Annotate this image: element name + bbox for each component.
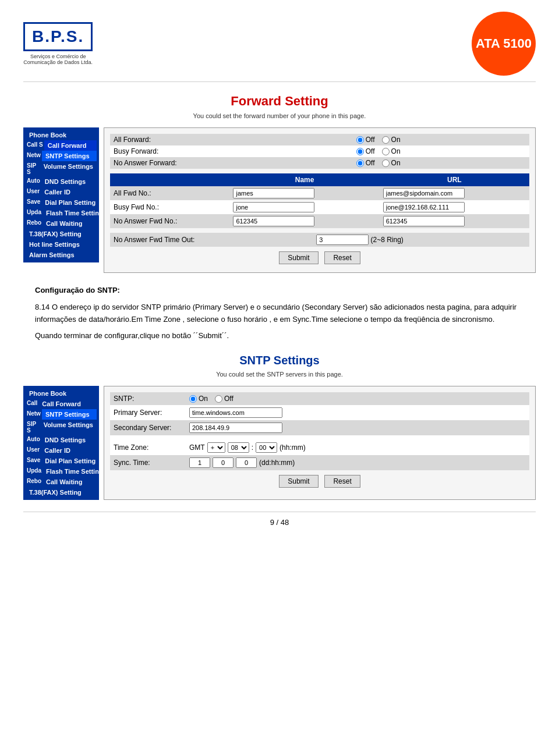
forward-layout: Phone Book Call S Call Forward Netw SNTP… <box>23 127 536 273</box>
sidebar2-volume[interactable]: Volume Settings <box>40 420 97 435</box>
timeout-table: No Answer Fwd Time Out: (2~8 Ring) <box>110 233 529 247</box>
secondary-server-input[interactable] <box>189 423 282 433</box>
text-heading: Configuração do SNTP: <box>35 286 120 294</box>
busy-forward-label: Busy Forward: <box>110 145 353 157</box>
sync-time-row: Sync. Time: (dd:hh:mm) <box>110 455 529 470</box>
sntp-title: SNTP Settings <box>23 354 536 367</box>
sidebar-short-auto: Auto <box>26 176 41 187</box>
sntp-submit-btn[interactable]: Submit <box>279 475 318 488</box>
sidebar2-short-sip: SIP S <box>26 420 40 435</box>
logo-text: B.P.S. <box>32 27 84 45</box>
sntp-on-radio[interactable] <box>189 395 197 403</box>
forward-reset-btn[interactable]: Reset <box>324 251 360 264</box>
busy-forward-on-radio[interactable] <box>382 148 390 155</box>
sidebar2-row-flashtime: Upda Flash Time Setting <box>26 466 97 477</box>
sidebar2-short-rebo: Rebo <box>26 477 43 487</box>
all-fwd-url-input[interactable] <box>383 188 465 198</box>
all-forward-off-radio[interactable] <box>356 136 364 144</box>
footer-text: 9 / 48 <box>270 518 289 527</box>
sntp-reset-btn[interactable]: Reset <box>324 475 360 488</box>
sidebar-item-t38-1[interactable]: T.38(FAX) Setting <box>26 229 97 239</box>
logo-box: B.P.S. <box>23 22 93 51</box>
noanswer-forward-on[interactable]: On <box>382 159 401 167</box>
timezone-hour-select[interactable]: 08 00 01 <box>228 442 249 453</box>
sync-day-input[interactable] <box>189 457 210 468</box>
sidebar2-row-callwaiting: Rebo Call Waiting <box>26 477 97 487</box>
sidebar2-sntp[interactable]: SNTP Settings <box>42 409 97 420</box>
sidebar-item-dnd1[interactable]: DND Settings <box>41 176 97 187</box>
timezone-row: Time Zone: GMT + - 08 00 <box>110 440 529 455</box>
sidebar2-t38[interactable]: T.38(FAX) Setting <box>26 487 97 498</box>
busy-forward-on[interactable]: On <box>382 147 401 155</box>
sidebar2-callwaiting[interactable]: Call Waiting <box>43 477 97 487</box>
forward-submit-btn[interactable]: Submit <box>279 251 318 264</box>
busy-forward-row: Busy Forward: Off On <box>110 145 529 157</box>
busy-forward-off[interactable]: Off <box>356 147 375 155</box>
sidebar-item-callforward[interactable]: Call Forward <box>44 140 97 151</box>
timezone-label: Time Zone: <box>110 440 186 455</box>
sidebar2-dialplan[interactable]: Dial Plan Setting <box>41 456 99 466</box>
timeout-value-cell: (2~8 Ring) <box>313 233 529 247</box>
noanswer-fwd-url-input[interactable] <box>383 216 465 226</box>
sntp-off-radio[interactable] <box>215 395 222 403</box>
sidebar2-callerid[interactable]: Caller ID <box>41 445 97 456</box>
sidebar-row-flashtime: Upda Flash Time Setting <box>26 208 97 218</box>
sidebar-item-sntp1[interactable]: SNTP Settings <box>42 151 97 161</box>
sidebar2-row-callforward: Call Call Forward <box>26 399 97 409</box>
sidebar2-flashtime[interactable]: Flash Time Setting <box>43 466 107 477</box>
busy-fwd-name-input[interactable] <box>233 202 314 212</box>
sidebar-item-callwaiting1[interactable]: Call Waiting <box>43 218 97 229</box>
busy-fwd-url-input[interactable] <box>383 202 465 212</box>
forward-header-empty <box>110 173 229 186</box>
all-forward-label: All Forward: <box>110 134 353 145</box>
secondary-server-label: Secondary Server: <box>110 420 186 435</box>
busy-forward-radios: Off On <box>353 145 529 157</box>
timeout-input[interactable] <box>316 235 369 245</box>
forward-setting-section: Forward Setting You could set the forwar… <box>23 94 536 273</box>
sidebar-item-hotline[interactable]: Hot line Settings <box>26 239 97 250</box>
all-forward-off[interactable]: Off <box>356 136 375 144</box>
sntp-layout: Phone Book Call Call Forward Netw SNTP S… <box>23 386 536 500</box>
all-forward-on[interactable]: On <box>382 136 401 144</box>
sidebar-item-dialplan1[interactable]: Dial Plan Setting <box>41 197 99 208</box>
sntp-off[interactable]: Off <box>215 395 233 403</box>
forward-content: All Forward: Off On <box>104 127 536 273</box>
timeout-row: No Answer Fwd Time Out: (2~8 Ring) <box>110 233 529 247</box>
timezone-sign-select[interactable]: + - <box>207 442 225 453</box>
noanswer-forward-label: No Answer Forward: <box>110 157 353 169</box>
busy-forward-off-radio[interactable] <box>356 148 364 155</box>
sidebar2-short-save: Save <box>26 456 41 466</box>
noanswer-forward-off[interactable]: Off <box>356 159 375 167</box>
noanswer-fwd-no-label: No Answer Fwd No.: <box>110 214 229 228</box>
sidebar-short-call: Call S <box>26 140 44 151</box>
sidebar2-dnd[interactable]: DND Settings <box>41 435 97 445</box>
noanswer-forward-radios: Off On <box>353 157 529 169</box>
sntp-on[interactable]: On <box>189 395 208 403</box>
all-forward-radios: Off On <box>353 134 529 145</box>
sync-time-label: Sync. Time: <box>110 455 186 470</box>
primary-server-input[interactable] <box>189 407 282 418</box>
sidebar2-callforward[interactable]: Call Forward <box>38 399 97 409</box>
noanswer-forward-off-radio[interactable] <box>356 159 364 167</box>
sidebar-short-sip: SIP S <box>26 161 40 176</box>
sidebar-item-flashtime1[interactable]: Flash Time Setting <box>43 208 107 218</box>
sidebar-item-alarm[interactable]: Alarm Settings <box>26 250 97 260</box>
noanswer-forward-on-radio[interactable] <box>382 159 390 167</box>
sidebar-short-netw: Netw <box>26 151 42 161</box>
noanswer-fwd-name-input[interactable] <box>233 216 314 226</box>
all-fwd-name-cell <box>229 186 379 200</box>
sidebar-item-callerid1[interactable]: Caller ID <box>41 187 97 197</box>
all-fwd-name-input[interactable] <box>233 188 314 198</box>
sidebar-short-rebo: Rebo <box>26 218 43 229</box>
sync-min-input[interactable] <box>236 457 257 468</box>
noanswer-fwd-name-cell <box>229 214 379 228</box>
all-forward-on-radio[interactable] <box>382 136 390 144</box>
sidebar-item-phonebook[interactable]: Phone Book <box>26 130 97 140</box>
sync-hour-input[interactable] <box>213 457 233 468</box>
sidebar-item-volume1[interactable]: Volume Settings <box>40 161 97 176</box>
secondary-server-cell <box>186 420 529 435</box>
sidebar-bg-1: Phone Book Call S Call Forward Netw SNTP… <box>23 127 99 262</box>
timezone-min-select[interactable]: 00 30 <box>256 442 277 453</box>
sntp-content: SNTP: On Off <box>104 386 536 500</box>
sidebar2-phonebook[interactable]: Phone Book <box>26 388 97 399</box>
